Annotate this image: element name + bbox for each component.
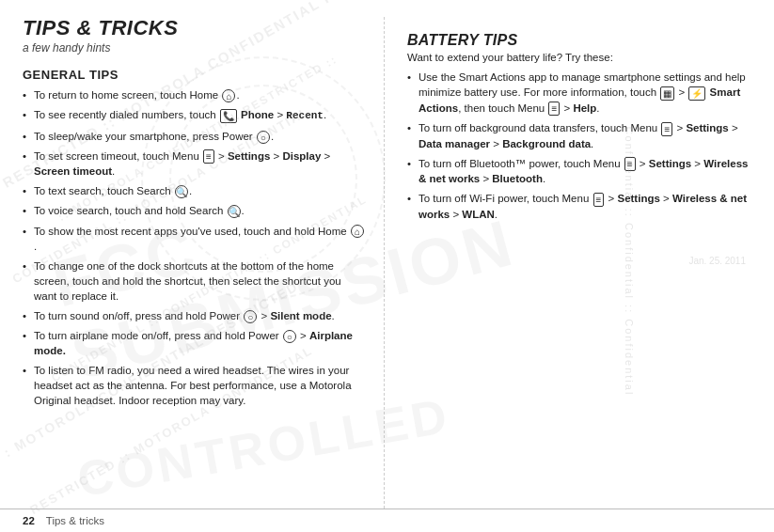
search-hold-icon: 🔍	[228, 205, 241, 218]
left-column: TIPS & TRICKS a few handy hints GENERAL …	[23, 17, 385, 509]
list-item: To sleep/wake your smartphone, press Pow…	[23, 129, 367, 144]
search-icon: 🔍	[175, 185, 188, 198]
power-icon-3: ○	[283, 330, 296, 343]
menu-icon: ≡	[203, 149, 214, 164]
list-item: To set screen timeout, touch Menu ≡ > Se…	[23, 149, 367, 180]
list-item: To see recently dialed numbers, touch 📞 …	[23, 107, 367, 123]
battery-tips-list: Use the Smart Actions app to manage smar…	[407, 70, 751, 222]
right-column: BATTERY TIPS Want to extend your battery…	[385, 17, 751, 509]
phone-icon: 📞	[220, 109, 237, 123]
general-tips-list: To return to home screen, touch Home ⌂. …	[23, 87, 367, 408]
footer-page-number: 22	[23, 515, 35, 526]
general-tips-title: GENERAL TIPS	[23, 68, 367, 82]
power-icon-2: ○	[244, 310, 257, 323]
list-item: To show the most recent apps you've used…	[23, 224, 367, 254]
list-item: To listen to FM radio, you need a wired …	[23, 363, 367, 408]
page-subtitle: a few handy hints	[23, 41, 367, 55]
gallery-icon: ▦	[660, 86, 674, 101]
power-icon: ○	[257, 131, 270, 144]
menu-icon-3: ≡	[661, 122, 672, 136]
list-item: To text search, touch Search 🔍.	[23, 183, 367, 198]
list-item: To turn sound on/off, press and hold Pow…	[23, 308, 367, 323]
footer-section-name: Tips & tricks	[46, 515, 104, 526]
date-watermark: Jan. 25. 2011	[688, 256, 746, 266]
menu-icon-2: ≡	[548, 102, 560, 116]
main-content: TIPS & TRICKS a few handy hints GENERAL …	[0, 0, 774, 509]
menu-icon-4: ≡	[624, 157, 636, 171]
list-item: To return to home screen, touch Home ⌂.	[23, 87, 367, 102]
page: RESTRICTED :: MOTOROLA CONFIDENTIAL REST…	[0, 0, 774, 532]
footer-bar: 22 Tips & tricks	[0, 509, 774, 532]
list-item: To turn off background data transfers, t…	[407, 120, 751, 151]
page-title: TIPS & TRICKS	[23, 17, 367, 39]
battery-tips-title: BATTERY TIPS	[407, 32, 751, 49]
menu-icon-5: ≡	[593, 193, 605, 207]
smartactions-icon: ⚡	[688, 86, 705, 101]
battery-title-spacer	[407, 17, 751, 30]
list-item: To turn off Wi-Fi power, touch Menu ≡ > …	[407, 191, 751, 222]
home-icon: ⌂	[222, 89, 235, 102]
home-icon-2: ⌂	[351, 225, 364, 238]
list-item: Use the Smart Actions app to manage smar…	[407, 70, 751, 116]
list-item: To turn airplane mode on/off, press and …	[23, 328, 367, 358]
list-item: To turn off Bluetooth™ power, touch Menu…	[407, 156, 751, 187]
list-item: To voice search, touch and hold Search 🔍…	[23, 203, 367, 218]
list-item: To change one of the dock shortcuts at t…	[23, 258, 367, 304]
battery-intro: Want to extend your battery life? Try th…	[407, 52, 751, 63]
